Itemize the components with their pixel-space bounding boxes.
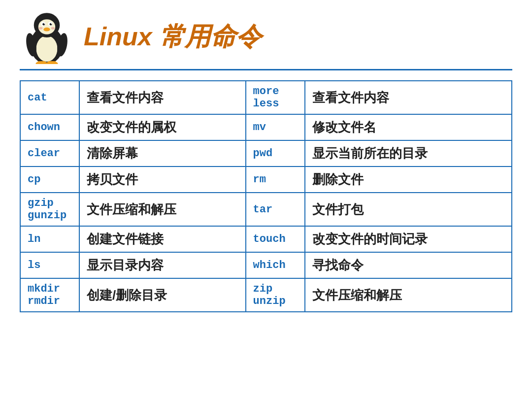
- description-cell: 显示当前所在的目录: [305, 140, 512, 166]
- svg-point-11: [39, 27, 43, 30]
- svg-point-1: [36, 36, 57, 62]
- description-cell: 改变文件的属权: [79, 114, 246, 140]
- description-cell: 清除屏幕: [79, 140, 246, 166]
- description-cell: 查看文件内容: [305, 81, 512, 114]
- command-cell: tar: [246, 193, 305, 226]
- description-cell: 查看文件内容: [79, 81, 246, 114]
- command-cell: chown: [20, 114, 79, 140]
- command-cell: ls: [20, 252, 79, 278]
- table-row: cp拷贝文件rm删除文件: [20, 166, 512, 193]
- svg-rect-17: [37, 61, 46, 64]
- command-cell: which: [246, 252, 305, 278]
- command-cell: ln: [20, 226, 79, 252]
- header: Linux 常用命令: [20, 10, 512, 70]
- description-cell: 修改文件名: [305, 114, 512, 140]
- command-cell: pwd: [246, 140, 305, 166]
- table-row: clear清除屏幕pwd显示当前所在的目录: [20, 140, 512, 166]
- description-cell: 改变文件的时间记录: [305, 226, 512, 252]
- description-cell: 创建/删除目录: [79, 278, 246, 312]
- tux-icon: [20, 10, 74, 64]
- page-title: Linux 常用命令: [84, 20, 262, 54]
- command-cell: cp: [20, 166, 79, 193]
- table-row: chown改变文件的属权mv修改文件名: [20, 114, 512, 140]
- command-cell: more less: [246, 81, 305, 114]
- table-row: cat查看文件内容more less查看文件内容: [20, 81, 512, 114]
- svg-rect-18: [48, 61, 56, 64]
- table-row: ln创建文件链接touch改变文件的时间记录: [20, 226, 512, 252]
- command-cell: cat: [20, 81, 79, 114]
- svg-point-12: [51, 27, 55, 30]
- svg-point-8: [44, 23, 45, 24]
- svg-point-10: [43, 28, 50, 32]
- table-row: mkdir rmdir创建/删除目录zip unzip文件压缩和解压: [20, 278, 512, 312]
- svg-point-7: [50, 23, 52, 26]
- command-cell: gzip gunzip: [20, 193, 79, 226]
- description-cell: 文件压缩和解压: [305, 278, 512, 312]
- description-cell: 拷贝文件: [79, 166, 246, 193]
- description-cell: 删除文件: [305, 166, 512, 193]
- description-cell: 文件压缩和解压: [79, 193, 246, 226]
- command-cell: zip unzip: [246, 278, 305, 312]
- table-row: gzip gunzip文件压缩和解压tar文件打包: [20, 193, 512, 226]
- commands-table: cat查看文件内容more less查看文件内容chown改变文件的属权mv修改…: [20, 80, 512, 312]
- description-cell: 文件打包: [305, 193, 512, 226]
- command-cell: mv: [246, 114, 305, 140]
- page: Linux 常用命令 cat查看文件内容more less查看文件内容chown…: [0, 0, 532, 399]
- table-row: ls显示目录内容which寻找命令: [20, 252, 512, 278]
- description-cell: 寻找命令: [305, 252, 512, 278]
- command-cell: rm: [246, 166, 305, 193]
- command-cell: clear: [20, 140, 79, 166]
- command-cell: touch: [246, 226, 305, 252]
- svg-point-3: [38, 19, 55, 34]
- description-cell: 创建文件链接: [79, 226, 246, 252]
- svg-point-9: [51, 23, 52, 24]
- svg-point-6: [42, 23, 45, 26]
- command-cell: mkdir rmdir: [20, 278, 79, 312]
- description-cell: 显示目录内容: [79, 252, 246, 278]
